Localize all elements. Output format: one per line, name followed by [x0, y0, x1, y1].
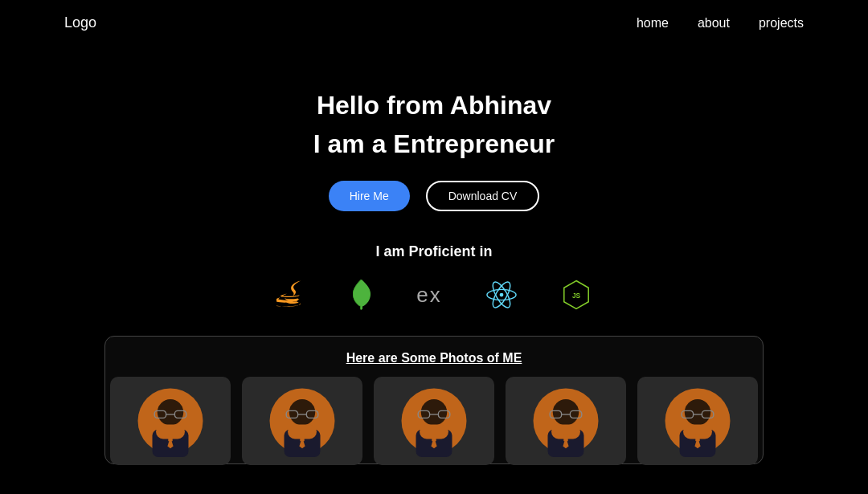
svg-point-33 — [553, 399, 579, 425]
proficient-title: I am Proficient in — [0, 243, 868, 260]
nav-about[interactable]: about — [698, 16, 730, 30]
photos-grid — [121, 377, 747, 465]
svg-point-42 — [685, 399, 710, 425]
photo-card-3 — [374, 377, 494, 465]
svg-rect-40 — [563, 434, 567, 441]
hire-me-button[interactable]: Hire Me — [329, 181, 410, 211]
hero-buttons: Hire Me Download CV — [0, 181, 868, 211]
svg-rect-31 — [432, 434, 436, 441]
svg-rect-22 — [300, 434, 304, 441]
hero-title: Hello from Abhinav I am a Entrepreneur — [0, 86, 868, 163]
svg-rect-13 — [168, 434, 172, 441]
hero-section: Hello from Abhinav I am a Entrepreneur H… — [0, 46, 868, 211]
svg-rect-49 — [695, 434, 699, 441]
download-cv-button[interactable]: Download CV — [426, 181, 540, 211]
hero-line1: Hello from Abhinav — [317, 91, 551, 120]
mongodb-icon — [350, 278, 372, 312]
photos-section: Here are Some Photos of ME — [104, 336, 764, 464]
svg-point-15 — [289, 399, 315, 425]
nav-links: home about projects — [637, 16, 804, 31]
tech-icons-container: ex JS — [0, 278, 868, 312]
nav-projects[interactable]: projects — [759, 16, 804, 30]
photo-card-1 — [110, 377, 231, 465]
navbar: Logo home about projects — [0, 0, 868, 46]
photos-section-title: Here are Some Photos of ME — [121, 351, 747, 365]
java-icon — [276, 278, 305, 312]
react-icon — [486, 280, 517, 310]
photo-card-5 — [637, 377, 758, 465]
proficient-section: I am Proficient in ex — [0, 243, 868, 312]
logo: Logo — [64, 14, 96, 31]
photo-card-2 — [242, 377, 362, 465]
svg-text:JS: JS — [572, 292, 581, 300]
nodejs-icon: JS — [561, 280, 592, 310]
svg-point-3 — [499, 293, 503, 297]
svg-point-24 — [421, 399, 447, 425]
hero-line2: I am a Entrepreneur — [313, 129, 555, 158]
nav-home[interactable]: home — [637, 16, 669, 30]
photo-card-4 — [506, 377, 626, 465]
svg-point-6 — [158, 399, 183, 425]
express-icon: ex — [416, 283, 441, 308]
